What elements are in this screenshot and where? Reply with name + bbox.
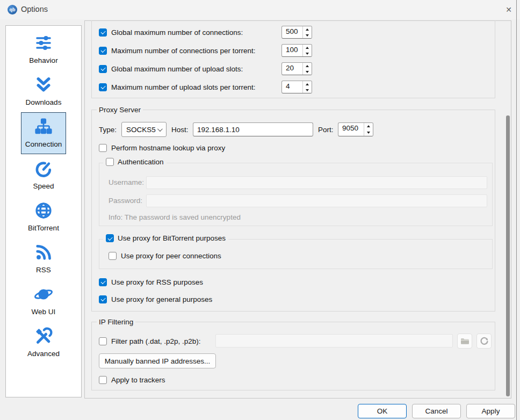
spin-value: 20	[282, 63, 302, 75]
manually-banned-ips-button[interactable]: Manually banned IP addresses...	[99, 353, 216, 368]
sidebar-item-rss[interactable]: RSS	[21, 238, 66, 280]
spin-up-button[interactable]	[303, 63, 312, 69]
down-arrow-icon	[306, 89, 309, 91]
refresh-filter-button	[476, 334, 492, 349]
checkbox-label: Use proxy for peer connections	[121, 252, 221, 260]
spin-down-button[interactable]	[303, 32, 312, 38]
max-upload-slots-per-torrent-checkbox[interactable]	[99, 83, 107, 91]
spin-arrows	[302, 81, 312, 93]
sidebar-item-downloads[interactable]: Downloads	[21, 70, 66, 112]
settings-category-sidebar: Behavior Downloads Connection	[5, 25, 82, 397]
checkbox-label: Apply to trackers	[111, 376, 165, 384]
up-arrow-icon	[306, 65, 309, 67]
close-button[interactable]: ✕	[501, 2, 517, 17]
qbittorrent-logo-icon: qb	[8, 5, 17, 15]
spin-down-button[interactable]	[364, 129, 373, 136]
sidebar-item-advanced[interactable]: Advanced	[21, 322, 66, 364]
global-max-upload-slots-checkbox[interactable]	[99, 65, 107, 73]
apply-to-trackers-checkbox[interactable]	[99, 376, 107, 384]
spin-value: 4	[282, 81, 302, 93]
cancel-button[interactable]: Cancel	[412, 404, 461, 418]
checkbox-label: Global maximum number of upload slots:	[111, 65, 243, 73]
password-label: Password:	[109, 197, 142, 205]
down-arrow-icon	[306, 53, 309, 55]
max-connections-per-torrent-checkbox[interactable]	[99, 47, 107, 55]
ok-button[interactable]: OK	[358, 404, 407, 418]
hostname-lookup-checkbox[interactable]	[99, 144, 107, 152]
sidebar-item-label: Advanced	[27, 350, 60, 358]
spin-arrows	[364, 123, 373, 136]
spin-arrows	[302, 63, 312, 75]
vertical-scrollbar-thumb[interactable]	[506, 115, 510, 396]
hostname-lookup-row: Perform hostname lookup via proxy	[99, 141, 225, 154]
max-connections-per-torrent-row: Maximum number of connections per torren…	[99, 44, 256, 57]
spin-up-button[interactable]	[303, 45, 312, 50]
tools-icon	[33, 326, 54, 346]
general-proxy-row: Use proxy for general purposes	[99, 293, 212, 306]
authentication-checkbox[interactable]	[106, 158, 114, 166]
general-proxy-checkbox[interactable]	[99, 295, 107, 303]
spin-up-button[interactable]	[364, 123, 373, 129]
window-title: Options	[21, 5, 48, 13]
sidebar-item-label: Web UI	[32, 308, 56, 316]
apply-button[interactable]: Apply	[466, 404, 515, 418]
window-right-edge	[516, 0, 517, 420]
bittorrent-proxy-checkbox[interactable]	[106, 234, 114, 242]
max-upload-slots-per-torrent-spinbox[interactable]: 4	[281, 81, 312, 93]
sidebar-item-behavior[interactable]: Behavior	[21, 28, 66, 70]
down-arrow-icon	[306, 34, 309, 37]
spin-up-button[interactable]	[303, 26, 312, 32]
checkbox-label: Use proxy for RSS purposes	[111, 278, 203, 286]
proxy-type-value: SOCKS5	[126, 126, 156, 134]
filter-path-checkbox[interactable]	[99, 337, 107, 345]
rss-icon	[33, 242, 54, 263]
checkbox-label: Maximum number of connections per torren…	[111, 47, 256, 55]
spin-value: 9050	[338, 123, 364, 136]
peer-connections-checkbox[interactable]	[109, 252, 117, 260]
spin-up-button[interactable]	[303, 81, 312, 87]
close-icon: ✕	[505, 5, 512, 14]
rss-proxy-checkbox[interactable]	[99, 278, 107, 286]
checkbox-label: Global maximum number of connections:	[111, 28, 243, 37]
global-max-connections-checkbox[interactable]	[99, 28, 107, 37]
ok-button-label: OK	[377, 407, 388, 415]
double-chevron-down-icon	[33, 75, 54, 95]
spin-down-button[interactable]	[303, 69, 312, 75]
proxy-type-label: Type:	[99, 126, 117, 134]
sliders-icon	[33, 33, 54, 53]
bittorrent-proxy-legend: Use proxy for BitTorrent purposes	[103, 234, 228, 242]
authentication-group: Authentication Username: Password: Info:…	[99, 163, 493, 226]
password-input	[146, 194, 487, 207]
filter-path-row: Filter path (.dat, .p2p, .p2b):	[99, 335, 201, 347]
cancel-button-label: Cancel	[425, 407, 447, 415]
global-max-connections-row: Global maximum number of connections:	[99, 26, 243, 39]
sidebar-item-connection[interactable]: Connection	[21, 112, 66, 154]
spin-arrows	[302, 45, 312, 56]
ip-filtering-group: IP Filtering Filter path (.dat, .p2p, .p…	[91, 322, 495, 390]
max-connections-per-torrent-spinbox[interactable]: 100	[281, 44, 312, 57]
spin-down-button[interactable]	[303, 87, 312, 93]
global-max-connections-spinbox[interactable]: 500	[281, 26, 312, 39]
proxy-server-group-label: Proxy Server	[97, 105, 143, 114]
browse-filter-file-button	[457, 334, 472, 349]
proxy-host-input[interactable]	[193, 122, 313, 136]
sidebar-item-speed[interactable]: Speed	[21, 154, 66, 196]
sidebar-item-bittorrent[interactable]: BitTorrent	[21, 196, 66, 238]
sidebar-item-webui[interactable]: Web UI	[21, 280, 66, 322]
spin-down-button[interactable]	[303, 50, 312, 56]
spin-value: 100	[282, 45, 302, 56]
apply-to-trackers-row: Apply to trackers	[99, 373, 165, 386]
folder-icon	[460, 337, 470, 345]
rss-proxy-row: Use proxy for RSS purposes	[99, 276, 203, 288]
proxy-type-select[interactable]: SOCKS5	[121, 122, 167, 137]
sidebar-item-label: Speed	[33, 182, 54, 190]
network-tree-icon	[33, 117, 54, 137]
global-max-upload-slots-spinbox[interactable]: 20	[281, 62, 312, 75]
proxy-port-spinbox[interactable]: 9050	[338, 122, 373, 136]
sidebar-item-label: BitTorrent	[28, 224, 59, 232]
bittorrent-proxy-label: Use proxy for BitTorrent purposes	[118, 234, 226, 242]
down-arrow-icon	[367, 132, 370, 134]
up-arrow-icon	[306, 47, 309, 49]
checkbox-label: Maximum number of upload slots per torre…	[111, 83, 256, 91]
checkbox-label: Use proxy for general purposes	[111, 295, 212, 303]
